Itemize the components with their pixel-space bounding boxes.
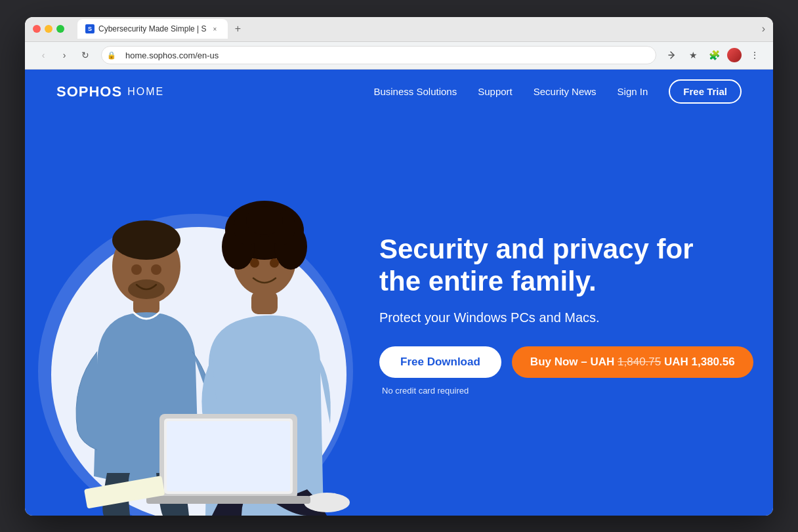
hero-buttons: Free Download Buy Now – UAH 1,840.75 UAH… [379, 346, 721, 378]
nav-sign-in[interactable]: Sign In [618, 86, 648, 97]
traffic-lights [33, 25, 64, 33]
extensions-icon[interactable]: 🧩 [706, 47, 722, 63]
hero-section: Security and privacy for the entire fami… [25, 114, 773, 516]
address-bar: ‹ › ↻ 🔒 home.sophos.com/en-us ★ 🧩 ⋮ [25, 42, 773, 70]
tab-favicon: S [85, 24, 94, 33]
svg-rect-13 [251, 291, 278, 314]
active-tab[interactable]: S Cybersecurity Made Simple | S × [77, 19, 228, 39]
address-input[interactable]: 🔒 home.sophos.com/en-us [101, 46, 656, 64]
nav-security-news[interactable]: Security News [534, 86, 597, 97]
site-nav: SOPHOS HOME Business Solutions Support S… [25, 70, 773, 114]
buy-now-prefix: Buy Now – UAH [530, 356, 618, 368]
url-text: home.sophos.com/en-us [125, 51, 219, 60]
bookmark-icon[interactable]: ★ [685, 47, 701, 63]
share-icon[interactable] [664, 47, 680, 63]
svg-point-16 [304, 493, 350, 512]
forward-button[interactable]: › [56, 47, 72, 63]
menu-icon[interactable]: ⋮ [747, 47, 763, 63]
back-button[interactable]: ‹ [35, 47, 51, 63]
toolbar-icons: ★ 🧩 ⋮ [664, 47, 763, 63]
svg-rect-19 [167, 421, 290, 491]
logo: SOPHOS HOME [56, 83, 164, 100]
website-content: SOPHOS HOME Business Solutions Support S… [25, 70, 773, 516]
svg-rect-20 [146, 496, 310, 504]
window-controls-chevron: › [762, 23, 765, 35]
profile-icon[interactable] [727, 48, 742, 62]
nav-buttons: ‹ › ↻ [35, 47, 93, 63]
svg-point-12 [246, 206, 283, 235]
free-trial-button[interactable]: Free Trial [669, 79, 742, 104]
nav-links: Business Solutions Support Security News… [373, 79, 742, 104]
hero-content: Security and privacy for the entire fami… [379, 234, 747, 396]
lock-icon: 🔒 [107, 51, 116, 60]
svg-point-14 [250, 258, 259, 268]
tab-title: Cybersecurity Made Simple | S [98, 24, 207, 33]
new-price: UAH 1,380.56 [661, 356, 734, 368]
nav-support[interactable]: Support [478, 86, 513, 97]
tab-close-button[interactable]: × [211, 24, 220, 33]
minimize-button[interactable] [45, 25, 52, 33]
close-button[interactable] [33, 25, 41, 33]
svg-point-15 [270, 258, 279, 268]
svg-point-5 [128, 279, 165, 299]
new-tab-button[interactable]: + [230, 21, 246, 37]
browser-window: S Cybersecurity Made Simple | S × + › ‹ … [25, 17, 773, 516]
free-download-button[interactable]: Free Download [379, 346, 501, 378]
maximize-button[interactable] [56, 25, 64, 33]
logo-home: HOME [127, 86, 164, 98]
logo-sophos: SOPHOS [56, 83, 122, 100]
hero-subtitle: Protect your Windows PCs and Macs. [379, 310, 721, 325]
title-bar: S Cybersecurity Made Simple | S × + › [25, 17, 773, 42]
no-credit-text: No credit card required [382, 386, 721, 396]
nav-business-solutions[interactable]: Business Solutions [373, 86, 457, 97]
svg-point-1 [112, 220, 180, 260]
svg-point-3 [131, 264, 142, 275]
buy-now-button[interactable]: Buy Now – UAH 1,840.75 UAH 1,380.56 [512, 346, 753, 378]
tab-bar: S Cybersecurity Made Simple | S × + [77, 19, 757, 39]
refresh-button[interactable]: ↻ [77, 47, 93, 63]
hero-title: Security and privacy for the entire fami… [379, 234, 721, 297]
hero-image [45, 181, 366, 516]
svg-point-4 [151, 264, 161, 275]
old-price: 1,840.75 [618, 356, 661, 368]
